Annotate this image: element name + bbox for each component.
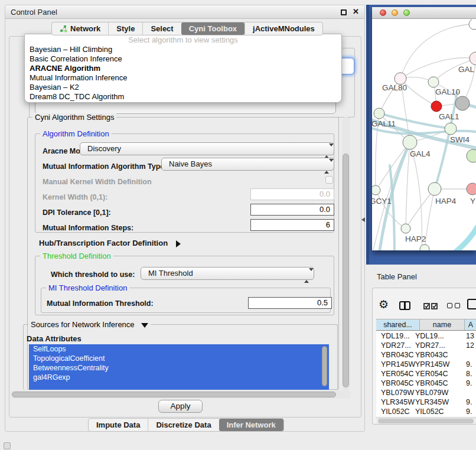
horizontal-scrollbar-thumb[interactable] xyxy=(12,392,336,397)
network-graph[interactable]: GALGAL80GAL10GAL1GAL11SWI4GAL4GCY1HAP4YH… xyxy=(372,19,476,250)
float-window-icon[interactable] xyxy=(341,9,347,15)
panel-splitter-icon[interactable] xyxy=(361,217,365,222)
network-edge[interactable] xyxy=(376,142,410,190)
algorithm-option[interactable]: Dream8 DC_TDC Algorithm xyxy=(25,92,341,102)
column-header[interactable]: name xyxy=(419,319,464,330)
column-header[interactable]: A xyxy=(464,319,476,330)
algorithm-option[interactable]: Bayesian – Hill Climbing xyxy=(25,45,341,54)
algorithm-option[interactable]: Mutual Information Inference xyxy=(25,73,341,83)
list-scrollbar-thumb[interactable] xyxy=(322,346,327,386)
tab-style[interactable]: Style xyxy=(108,22,142,35)
table-cell: 8. xyxy=(466,370,472,378)
table-row[interactable]: YLR345WYLR345W9. xyxy=(376,397,476,407)
network-edge[interactable] xyxy=(446,223,476,250)
manual-kernel-checkbox[interactable] xyxy=(325,176,333,184)
table-cell: YPR145W xyxy=(415,360,449,369)
unselect-checkbox-icon[interactable] xyxy=(447,303,452,308)
table-row[interactable]: YBL079WYBL079W xyxy=(376,388,476,397)
tab-discretize-data[interactable]: Discretize Data xyxy=(148,419,219,431)
algorithm-definition-title: Algorithm Definition xyxy=(40,129,112,138)
network-node-label: Y xyxy=(470,197,475,206)
minimize-traffic-light-icon[interactable] xyxy=(392,9,398,16)
which-threshold-value: MI Threshold xyxy=(148,269,193,278)
which-threshold-select[interactable]: MI Threshold xyxy=(141,267,314,280)
table-row[interactable]: YBR043CYBR043C xyxy=(376,350,476,360)
network-node-gal1[interactable] xyxy=(431,101,442,112)
network-node[interactable] xyxy=(469,19,476,30)
table-row[interactable]: YPR145WYPR145W9. xyxy=(376,360,476,369)
sources-toggle[interactable]: Sources for Network Inference xyxy=(28,320,151,329)
network-node[interactable] xyxy=(467,149,476,162)
aracne-mode-select[interactable]: Discovery xyxy=(80,142,334,155)
tab-select[interactable]: Select xyxy=(142,22,181,35)
network-window: GALGAL80GAL10GAL1GAL11SWI4GAL4GCY1HAP4YH… xyxy=(372,7,476,250)
network-node-gal4[interactable] xyxy=(403,135,417,149)
table-cell: 13 xyxy=(466,332,474,340)
algorithm-option[interactable]: Bayesian – K2 xyxy=(25,83,341,92)
network-node[interactable] xyxy=(420,244,429,250)
select-all-checkboxes-icon[interactable] xyxy=(423,303,439,310)
settings-horizontal-scrollbar[interactable] xyxy=(10,390,351,399)
network-node-y[interactable] xyxy=(467,183,476,195)
close-traffic-light-icon[interactable] xyxy=(380,9,386,16)
stepper-icon xyxy=(324,161,330,172)
algorithm-option[interactable]: Basic Correlation Inference xyxy=(25,54,341,64)
column-header[interactable]: shared... xyxy=(376,319,419,330)
attribute-item[interactable]: BetweennessCentrality xyxy=(29,363,329,373)
close-icon[interactable]: ✕ xyxy=(353,7,359,16)
network-node-gal10[interactable] xyxy=(428,77,439,87)
attribute-item[interactable]: SelfLoops xyxy=(29,344,329,354)
mi-threshold-field[interactable]: 0.5 xyxy=(248,297,332,309)
dpi-tolerance-field[interactable]: 0.0 xyxy=(250,204,334,216)
table-body: YDL19...YDL19...13YDR27...YDR27...12YBR0… xyxy=(376,331,476,416)
apply-button[interactable]: Apply xyxy=(158,400,203,413)
network-node-swi4[interactable] xyxy=(445,123,457,135)
data-attributes-label: Data Attributes xyxy=(27,334,81,343)
vertical-scrollbar-thumb[interactable] xyxy=(343,154,349,387)
mi-steps-field[interactable]: 6 xyxy=(250,219,334,231)
network-node[interactable] xyxy=(455,96,470,110)
network-edge[interactable] xyxy=(425,189,435,249)
network-node-gal[interactable] xyxy=(470,52,476,65)
minimized-panel-icon[interactable] xyxy=(4,442,11,449)
new-table-icon[interactable] xyxy=(467,299,476,309)
table-horizontal-scrollbar[interactable] xyxy=(376,418,476,424)
tab-network[interactable]: Network xyxy=(52,22,108,35)
tab-impute-data[interactable]: Impute Data xyxy=(89,419,148,431)
attribute-item[interactable]: TopologicalCoefficient xyxy=(29,354,329,363)
data-attributes-list[interactable]: SelfLoopsTopologicalCoefficientBetweenne… xyxy=(29,344,329,390)
split-view-icon[interactable] xyxy=(399,301,410,310)
attribute-item[interactable] xyxy=(29,382,329,390)
network-node-hap2[interactable] xyxy=(401,224,410,233)
network-node-gal11[interactable] xyxy=(374,108,384,119)
hub-definition-toggle[interactable]: Hub/Transcription Factor Definition xyxy=(39,239,181,247)
network-node-gcy1[interactable] xyxy=(372,185,380,195)
mi-type-select[interactable]: Naive Bayes xyxy=(161,158,334,171)
algorithm-option[interactable]: ARACNE Algorithm xyxy=(25,64,341,73)
table-row[interactable]: YER054CYER054C8. xyxy=(376,369,476,379)
control-panel-title: Control Panel xyxy=(11,8,57,17)
network-edge[interactable] xyxy=(406,142,410,229)
network-node-label: SWI4 xyxy=(450,135,470,144)
tab-jactivemnodules[interactable]: jActiveMNodules xyxy=(244,22,322,35)
table-row[interactable]: YDL19...YDL19...13 xyxy=(376,331,476,341)
settings-vertical-scrollbar[interactable] xyxy=(342,117,350,390)
network-node-hap4[interactable] xyxy=(428,182,441,195)
table-row[interactable]: YDR27...YDR27...12 xyxy=(376,341,476,350)
sources-title: Sources for Network Inference xyxy=(31,320,135,329)
table-scrollbar-thumb[interactable] xyxy=(378,419,474,423)
gear-icon[interactable]: ⚙ xyxy=(379,298,389,311)
tab-cyni-toolbox[interactable]: Cyni Toolbox xyxy=(181,22,244,35)
tab-infer-network[interactable]: Infer Network xyxy=(219,419,283,431)
table-panel: ⚙ shared...nameA YDL19...YDL19...13YDR27… xyxy=(372,288,476,425)
zoom-traffic-light-icon[interactable] xyxy=(403,9,410,16)
table-header-row: shared...nameA xyxy=(376,319,476,331)
table-cell: YIL052C xyxy=(381,407,410,416)
table-row[interactable]: YIL052CYIL052C9. xyxy=(376,407,476,416)
network-node-label: GAL xyxy=(458,65,475,74)
network-node-gal80[interactable] xyxy=(395,73,406,84)
network-canvas[interactable]: GALGAL80GAL10GAL1GAL11SWI4GAL4GCY1HAP4YH… xyxy=(372,19,476,250)
unselect-checkbox-icon[interactable] xyxy=(455,303,460,308)
attribute-item[interactable]: gal4RGexp xyxy=(29,373,329,382)
table-row[interactable]: YBR045CYBR045C9. xyxy=(376,379,476,388)
